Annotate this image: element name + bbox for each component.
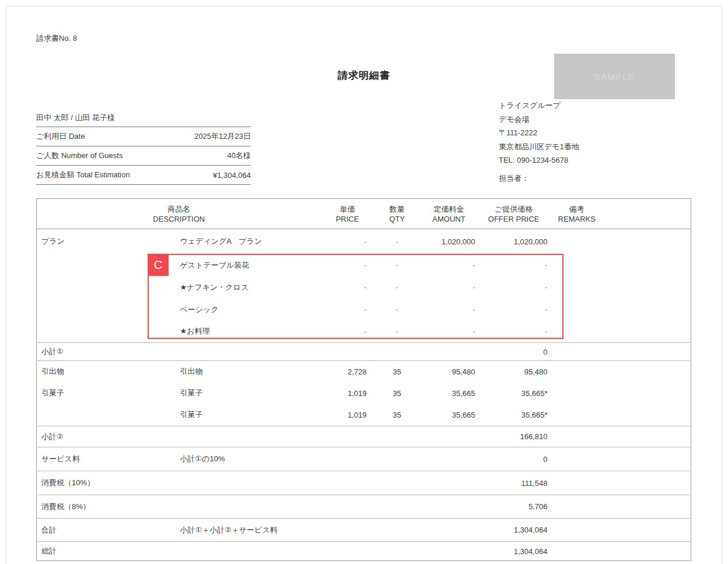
cell-category: 消費税（10%） — [37, 471, 145, 495]
cell-amount: 1,020,000 — [421, 229, 478, 254]
cell-offer-price: 1,304,064 — [478, 542, 550, 561]
venue-tel: TEL: 090-1234-5678 — [499, 153, 579, 167]
column-header-description: 商品名 DESCRIPTION — [37, 199, 321, 229]
cell-remarks — [550, 471, 691, 495]
cell-remarks — [550, 254, 691, 276]
table-row: プラン ウェディングA プラン - - 1,020,000 1,020,000 — [37, 229, 691, 254]
cell-remarks — [550, 495, 691, 519]
cell-qty — [374, 343, 421, 361]
cell-description: 引菓子 — [145, 383, 321, 404]
cell-qty: - — [374, 229, 421, 254]
table-row-tax-8: 消費税（8%） 5,706 — [37, 495, 691, 519]
table-row: 引菓子 引菓子 1,019 35 35,665 35,665* — [37, 383, 691, 404]
cell-qty: 35 — [374, 361, 421, 383]
cell-qty: 35 — [374, 383, 421, 404]
cell-description: 引出物 — [145, 361, 321, 383]
cell-remarks — [550, 321, 691, 343]
table-header-row: 商品名 DESCRIPTION 単価 PRICE 数量 QTY 定価料金 AMO… — [37, 199, 691, 229]
table-row-tax-10: 消費税（10%） 111,548 — [37, 471, 691, 495]
venue-group: トライスグループ — [499, 99, 579, 113]
cell-qty — [374, 471, 421, 495]
cell-category: プラン — [37, 229, 145, 254]
table-row-total: 合計 小計①＋小計②＋サービス料 1,304,064 — [37, 519, 691, 542]
cell-price — [321, 519, 374, 542]
venue-name: デモ会場 — [499, 113, 579, 127]
cell-description: 小計①の10% — [145, 447, 321, 471]
cell-amount — [421, 542, 478, 561]
cell-remarks — [550, 276, 691, 299]
table-row-service-fee: サービス料 小計①の10% 0 — [37, 447, 691, 471]
cell-category — [37, 254, 145, 276]
cell-amount — [421, 343, 478, 361]
cell-description — [145, 471, 321, 495]
cell-remarks — [550, 404, 691, 426]
cell-category: 総計 — [37, 542, 145, 561]
cell-amount: 35,665 — [421, 383, 478, 404]
cell-remarks — [550, 343, 691, 361]
cell-description — [145, 495, 321, 519]
cell-amount — [421, 519, 478, 542]
venue-postal-code: 〒111-2222 — [499, 126, 579, 140]
cell-offer-price: 35,665* — [478, 404, 550, 426]
annotation-highlight-box: C — [148, 254, 564, 339]
cell-offer-price: 95,480 — [478, 361, 550, 383]
column-header-price: 単価 PRICE — [321, 199, 374, 229]
venue-info: トライスグループ デモ会場 〒111-2222 東京都品川区デモ1番地 TEL:… — [499, 99, 579, 185]
cell-offer-price: 0 — [478, 447, 550, 471]
cell-qty: 35 — [374, 404, 421, 426]
cell-remarks — [550, 447, 691, 471]
cell-price: 1,019 — [321, 404, 374, 426]
cell-offer-price: 111,548 — [478, 471, 550, 495]
cell-offer-price: 1,304,064 — [478, 519, 550, 542]
cell-qty — [374, 447, 421, 471]
cell-category — [37, 276, 145, 299]
cell-category: サービス料 — [37, 447, 145, 471]
cell-price: - — [321, 229, 374, 254]
guests-value: 40名様 — [228, 150, 251, 161]
estimation-value: ¥1,304,064 — [213, 171, 251, 180]
sample-watermark: SAMPLE — [554, 54, 675, 99]
cell-offer-price: 5,706 — [478, 495, 550, 519]
cell-amount — [421, 471, 478, 495]
cell-category — [37, 299, 145, 321]
cell-amount — [421, 495, 478, 519]
line-items-table: 商品名 DESCRIPTION 単価 PRICE 数量 QTY 定価料金 AMO… — [36, 198, 691, 561]
cell-description — [145, 542, 321, 561]
cell-price: 2,728 — [321, 361, 374, 383]
estimation-label: お見積金額 Total Estimation — [36, 170, 130, 180]
column-header-qty: 数量 QTY — [374, 199, 421, 229]
cell-price — [321, 447, 374, 471]
invoice-page: 請求書No. 8 請求明細書 SAMPLE トライスグループ デモ会場 〒111… — [6, 6, 722, 564]
column-header-amount: 定価料金 AMOUNT — [421, 199, 478, 229]
table-row-subtotal-2: 小計② 166,810 — [37, 426, 691, 447]
cell-remarks — [550, 299, 691, 321]
cell-price — [321, 343, 374, 361]
cell-amount: 35,665 — [421, 404, 478, 426]
cell-category — [37, 404, 145, 426]
cell-qty — [374, 426, 421, 447]
column-header-offer-price: ご提供価格 OFFER PRICE — [478, 199, 550, 229]
cell-offer-price: 166,810 — [478, 426, 550, 447]
cell-price: 1,019 — [321, 383, 374, 404]
customer-row-guests: ご人数 Number of Guests 40名様 — [36, 146, 251, 166]
cell-amount — [421, 426, 478, 447]
person-in-charge-label: 担当者： — [499, 171, 579, 185]
cell-remarks — [550, 426, 691, 447]
cell-amount: 95,480 — [421, 361, 478, 383]
customer-row-estimation: お見積金額 Total Estimation ¥1,304,064 — [36, 166, 251, 185]
cell-description: 引菓子 — [145, 404, 321, 426]
cell-price — [321, 542, 374, 561]
date-value: 2025年12月23日 — [194, 131, 251, 142]
cell-description — [145, 426, 321, 447]
table-row: 引菓子 1,019 35 35,665 35,665* — [37, 404, 691, 426]
cell-category — [37, 321, 145, 343]
cell-category: 合計 — [37, 519, 145, 542]
cell-description — [145, 343, 321, 361]
cell-description: 小計①＋小計②＋サービス料 — [145, 519, 321, 542]
cell-category: 引出物 — [37, 361, 145, 383]
sample-label: SAMPLE — [594, 72, 635, 82]
cell-remarks — [550, 383, 691, 404]
cell-offer-price: 1,020,000 — [478, 229, 550, 254]
cell-description: ウェディングA プラン — [145, 229, 321, 254]
cell-offer-price: 0 — [478, 343, 550, 361]
